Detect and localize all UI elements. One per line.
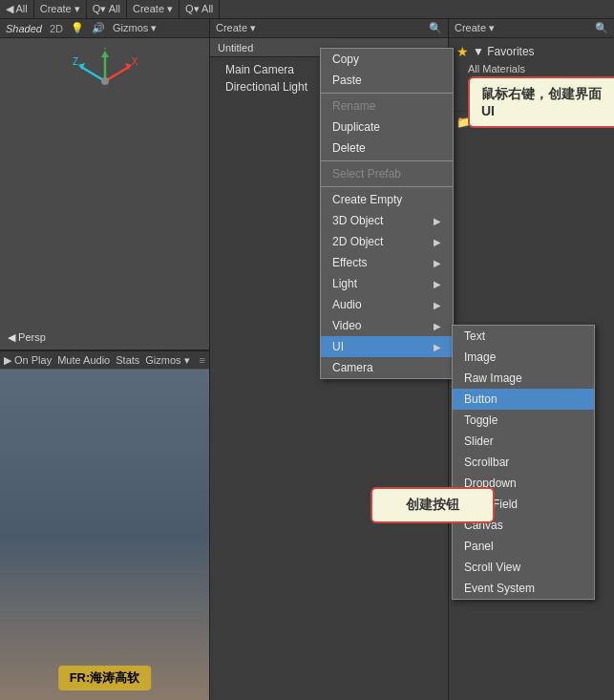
ctx-paste[interactable]: Paste <box>321 70 453 91</box>
sub-ctx-button[interactable]: Button <box>453 389 594 410</box>
context-menu: Copy Paste Rename Duplicate Delete Selec… <box>320 48 454 379</box>
sub-ctx-text[interactable]: Text <box>453 326 594 347</box>
scene-tab-label: Shaded <box>6 23 42 34</box>
hierarchy-toolbar: Create ▾ 🔍 <box>210 19 448 38</box>
game-resize-handle: ≡ <box>200 354 205 366</box>
top-bar-left[interactable]: ◀ All <box>0 0 34 18</box>
svg-text:X: X <box>131 56 138 67</box>
callout-create-button: 创建按钮 <box>371 487 495 523</box>
watermark: FR:海涛高软 <box>58 666 152 690</box>
top-bar-create-left[interactable]: Create ▾ <box>34 0 87 18</box>
game-play-btn[interactable]: ▶ On Play <box>4 354 52 367</box>
sub-ctx-raw-image[interactable]: Raw Image <box>453 368 594 389</box>
search-right-btn[interactable]: 🔍 <box>595 22 608 34</box>
sub-ctx-image[interactable]: Image <box>453 347 594 368</box>
scene-lights[interactable]: 💡 <box>71 22 84 34</box>
ctx-delete[interactable]: Delete <box>321 138 453 159</box>
ctx-rename: Rename <box>321 95 453 117</box>
top-bar-all-left[interactable]: ◀ All <box>6 3 28 15</box>
ctx-copy[interactable]: Copy <box>321 49 453 70</box>
game-bg <box>0 370 209 700</box>
scene-toolbar: Shaded 2D 💡 🔊 Gizmos ▾ <box>0 19 209 38</box>
ctx-create-empty[interactable]: Create Empty <box>321 189 453 210</box>
axis-gizmo: Y X Z <box>72 48 138 117</box>
create-right-btn[interactable]: Create ▾ <box>455 22 495 34</box>
callout-right-click: 鼠标右键，创建界面 UI <box>468 76 614 128</box>
ctx-sep2 <box>321 160 453 161</box>
top-bar-q-right[interactable]: Q▾ All <box>180 0 220 18</box>
ctx-light-arrow: ▶ <box>434 279 441 289</box>
game-stats-btn[interactable]: Stats <box>116 354 139 366</box>
ctx-effects-arrow: ▶ <box>434 258 441 268</box>
persp-label: ◀ Persp <box>8 331 46 344</box>
ctx-camera[interactable]: Camera <box>321 357 453 378</box>
scene-view: Shaded 2D 💡 🔊 Gizmos ▾ Y X <box>0 19 209 350</box>
ctx-audio-arrow: ▶ <box>434 300 441 310</box>
ctx-2d-object[interactable]: 2D Object ▶ <box>321 231 453 252</box>
sub-context-menu: Text Image Raw Image Button Toggle Slide… <box>452 325 595 600</box>
create-btn[interactable]: Create ▾ <box>216 22 256 34</box>
ctx-3d-object[interactable]: 3D Object ▶ <box>321 210 453 231</box>
game-gizmos-btn[interactable]: Gizmos ▾ <box>145 354 189 367</box>
sub-ctx-scroll-view[interactable]: Scroll View <box>453 557 594 578</box>
ctx-select-prefab: Select Prefab <box>321 163 453 184</box>
ctx-light[interactable]: Light ▶ <box>321 273 453 294</box>
svg-line-6 <box>81 67 105 81</box>
ctx-video-arrow: ▶ <box>434 321 441 331</box>
game-content: FR:海涛高软 <box>0 370 209 700</box>
svg-marker-1 <box>101 51 109 57</box>
ctx-duplicate[interactable]: Duplicate <box>321 117 453 138</box>
star-icon: ★ <box>456 44 469 59</box>
ctx-effects[interactable]: Effects ▶ <box>321 252 453 273</box>
search-hierarchy[interactable]: 🔍 <box>429 22 442 34</box>
ctx-2d-arrow: ▶ <box>434 237 441 247</box>
right-toolbar: Create ▾ 🔍 <box>449 19 614 38</box>
scene-gizmos[interactable]: Gizmos ▾ <box>113 22 157 34</box>
sub-ctx-slider[interactable]: Slider <box>453 431 594 452</box>
hierarchy-tab-label: Untitled <box>218 42 253 53</box>
ctx-sep1 <box>321 93 453 94</box>
game-toolbar: ▶ On Play Mute Audio Stats Gizmos ▾ ≡ <box>0 350 209 370</box>
svg-line-3 <box>105 67 129 81</box>
top-bar: ◀ All Create ▾ Q▾ All Create ▾ Q▾ All <box>0 0 614 19</box>
scene-audio[interactable]: 🔊 <box>92 22 105 34</box>
main-layout: Shaded 2D 💡 🔊 Gizmos ▾ Y X <box>0 19 614 700</box>
svg-text:Y: Y <box>101 48 108 52</box>
top-bar-create-right[interactable]: Create ▾ <box>127 0 180 18</box>
ctx-3d-arrow: ▶ <box>434 216 441 226</box>
scene-2d[interactable]: 2D <box>50 23 63 34</box>
ctx-sep3 <box>321 186 453 187</box>
ctx-ui[interactable]: UI ▶ <box>321 336 453 357</box>
middle-panel: Create ▾ 🔍 Untitled Main Camera Directio… <box>210 19 449 700</box>
ctx-video[interactable]: Video ▶ <box>321 315 453 336</box>
game-mute-btn[interactable]: Mute Audio <box>57 354 110 366</box>
sub-ctx-event-system[interactable]: Event System <box>453 578 594 599</box>
sub-ctx-scrollbar[interactable]: Scrollbar <box>453 452 594 473</box>
sub-ctx-panel[interactable]: Panel <box>453 536 594 557</box>
fav-item-materials[interactable]: All Materials <box>449 61 614 76</box>
sub-ctx-toggle[interactable]: Toggle <box>453 410 594 431</box>
favorites-header: ★ ▼ Favorites <box>449 42 614 61</box>
top-bar-q-left[interactable]: Q▾ All <box>87 0 127 18</box>
ctx-ui-arrow: ▶ <box>434 342 441 352</box>
ctx-audio[interactable]: Audio ▶ <box>321 294 453 315</box>
favorites-label[interactable]: ▼ Favorites <box>473 45 535 58</box>
svg-text:Z: Z <box>72 56 77 67</box>
left-panel: Shaded 2D 💡 🔊 Gizmos ▾ Y X <box>0 19 210 700</box>
svg-point-9 <box>101 77 109 85</box>
